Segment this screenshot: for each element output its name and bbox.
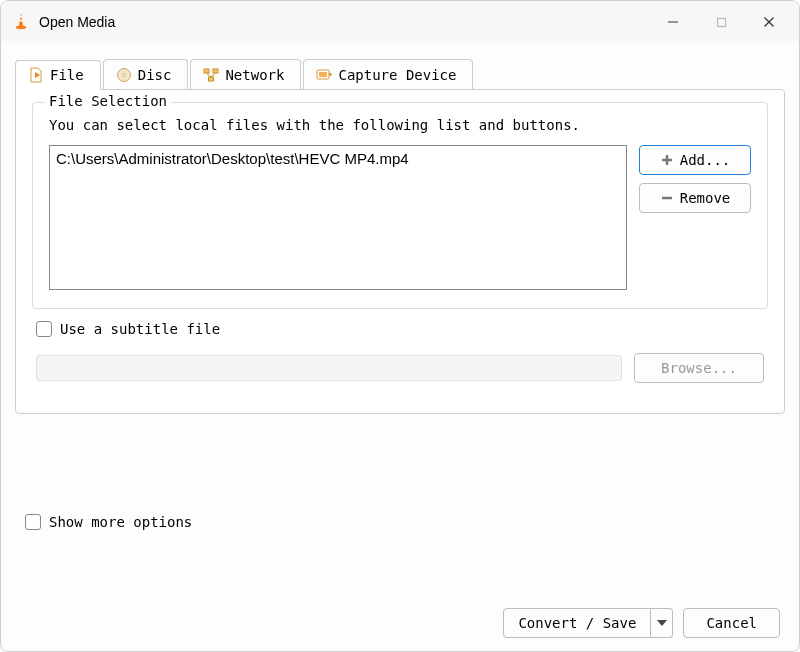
cancel-button[interactable]: Cancel [683, 608, 780, 638]
svg-line-13 [207, 73, 212, 77]
minimize-button[interactable] [663, 12, 683, 32]
window-controls [663, 12, 779, 32]
disc-icon [116, 67, 132, 83]
show-more-options-row: Show more options [15, 514, 785, 530]
svg-rect-12 [209, 77, 214, 81]
file-list-item[interactable]: C:\Users\Administrator\Desktop\test\HEVC… [56, 150, 620, 167]
file-selection-legend: File Selection [45, 93, 171, 109]
convert-save-button[interactable]: Convert / Save [503, 608, 651, 638]
svg-point-2 [16, 25, 27, 29]
dialog-footer: Convert / Save Cancel [503, 608, 780, 638]
svg-line-14 [211, 73, 216, 77]
button-label: Add... [680, 152, 731, 168]
svg-rect-1 [19, 20, 23, 22]
button-label: Cancel [706, 615, 757, 631]
subtitle-checkbox-label: Use a subtitle file [60, 321, 220, 337]
button-label: Convert / Save [518, 615, 636, 631]
maximize-button[interactable] [711, 12, 731, 32]
close-button[interactable] [759, 12, 779, 32]
tab-file[interactable]: File [15, 60, 101, 90]
subtitle-row: Use a subtitle file [32, 321, 768, 337]
subtitle-browse-row: Browse... [32, 353, 768, 383]
subtitle-path-input [36, 355, 622, 381]
chevron-down-icon [657, 620, 667, 626]
tabs: File Disc Network Capture Device [15, 59, 785, 89]
tab-capture-device[interactable]: Capture Device [303, 59, 473, 89]
svg-rect-4 [717, 18, 725, 26]
svg-rect-0 [20, 16, 23, 18]
tab-label: Network [225, 67, 284, 83]
svg-rect-10 [204, 69, 209, 73]
add-file-button[interactable]: Add... [639, 145, 751, 175]
remove-file-button[interactable]: Remove [639, 183, 751, 213]
plus-icon [660, 153, 674, 167]
svg-point-9 [122, 73, 125, 76]
show-more-options-label: Show more options [49, 514, 192, 530]
tab-label: Disc [138, 67, 172, 83]
window-title: Open Media [39, 14, 663, 30]
browse-subtitle-button: Browse... [634, 353, 764, 383]
convert-save-dropdown[interactable] [651, 608, 673, 638]
svg-marker-21 [657, 620, 667, 626]
button-label: Browse... [661, 360, 737, 376]
svg-rect-17 [329, 73, 332, 76]
svg-rect-16 [319, 72, 327, 77]
convert-save-splitbutton: Convert / Save [503, 608, 673, 638]
vlc-cone-icon [11, 12, 31, 32]
minus-icon [660, 191, 674, 205]
titlebar: Open Media [1, 1, 799, 43]
subtitle-checkbox[interactable] [36, 321, 52, 337]
file-icon [28, 67, 44, 83]
network-icon [203, 67, 219, 83]
tab-panel-file: File Selection You can select local file… [15, 89, 785, 414]
file-selection-group: File Selection You can select local file… [32, 102, 768, 309]
tab-disc[interactable]: Disc [103, 59, 189, 89]
svg-rect-11 [213, 69, 218, 73]
file-selection-description: You can select local files with the foll… [49, 117, 751, 133]
file-list[interactable]: C:\Users\Administrator\Desktop\test\HEVC… [49, 145, 627, 290]
tab-label: Capture Device [338, 67, 456, 83]
tab-network[interactable]: Network [190, 59, 301, 89]
capture-device-icon [316, 67, 332, 83]
button-label: Remove [680, 190, 731, 206]
show-more-options-checkbox[interactable] [25, 514, 41, 530]
tab-label: File [50, 67, 84, 83]
